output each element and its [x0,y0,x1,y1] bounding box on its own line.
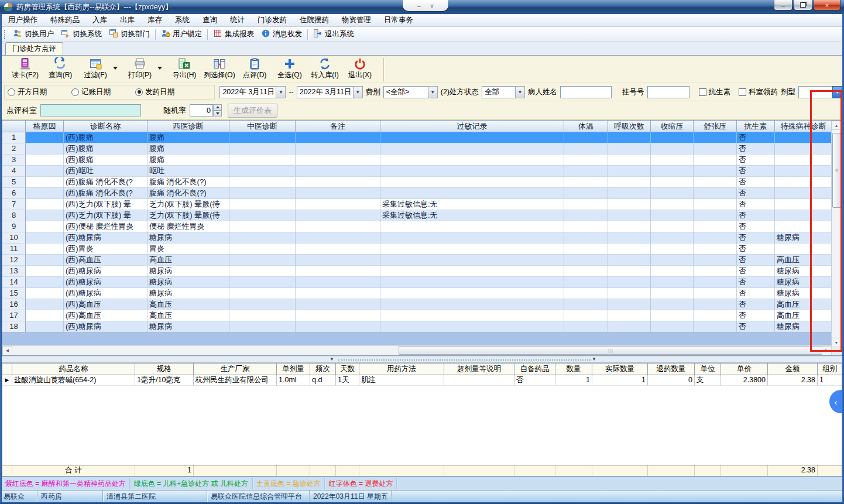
grid-cell[interactable]: (西)高血压 [64,299,147,310]
grid-cell[interactable] [296,132,380,143]
grid-cell[interactable] [26,288,64,299]
row-number[interactable]: 7 [2,199,26,210]
grid-cell[interactable]: 采集过敏信息:无 [380,199,564,210]
grid-cell[interactable]: 否 [514,375,555,386]
grid-cell[interactable] [608,188,651,199]
table-row[interactable]: 3(西)腹痛腹痛否 [2,155,842,166]
grid-cell[interactable] [380,310,564,321]
radio-prescribe-date[interactable]: 开方日期 [8,87,47,97]
grid-cell[interactable] [608,221,651,232]
grid-cell[interactable]: 否 [737,288,775,299]
menu-item[interactable]: 物资管理 [335,14,378,26]
grid-cell[interactable] [608,244,651,255]
reg-no-input[interactable] [647,86,689,98]
grid-cell[interactable] [26,210,64,221]
grid-cell[interactable] [564,199,608,210]
grid-cell[interactable]: 呕吐 [147,166,229,177]
grid-cell[interactable] [296,166,380,177]
grid-cell[interactable] [26,321,64,332]
grid-cell[interactable]: 支 [695,375,721,386]
grid-cell[interactable] [651,255,694,266]
grid-cell[interactable] [26,155,64,166]
grid-cell[interactable] [564,143,608,155]
dropdown-icon[interactable]: ▼ [515,86,525,98]
grid-cell[interactable] [608,255,651,266]
grid-cell[interactable] [694,288,737,299]
grid-cell[interactable] [694,277,737,288]
grid-cell[interactable] [694,244,737,255]
action-button[interactable]: 读卡(F2) [8,57,43,80]
menu-item[interactable]: 住院摆药 [293,14,335,26]
grid-cell[interactable] [229,210,296,221]
row-number[interactable]: 3 [2,155,26,166]
grid-cell[interactable] [651,177,694,188]
grid-cell[interactable] [229,177,296,188]
grid-cell[interactable] [694,321,737,332]
grid-cell[interactable] [26,266,64,277]
grid-cell[interactable] [651,210,694,221]
grid-cell[interactable] [380,166,564,177]
grid-cell[interactable]: 否 [737,132,775,143]
grid-cell[interactable] [229,132,296,143]
dropdown-icon[interactable]: ▼ [276,86,286,98]
grid-cell[interactable] [608,232,651,244]
table-row[interactable]: 8(西)乏力(双下肢) 晕乏力(双下肢) 晕厥(待采集过敏信息:无否 [2,210,842,221]
grid-cell[interactable] [380,321,564,332]
dropdown-arrow-icon[interactable] [113,67,118,70]
table-row[interactable]: 18(西)糖尿病糖尿病否糖尿病 [2,321,842,332]
grid-cell[interactable] [694,210,737,221]
toolbar-button[interactable]: 退出系统 [310,28,358,41]
grid-cell[interactable] [564,188,608,199]
column-header[interactable]: 退药数量 [648,364,695,375]
tab-prescription-review[interactable]: 门诊处方点评 [5,42,63,55]
grid-cell[interactable] [380,155,564,166]
grid-cell[interactable]: (西)乏力(双下肢) 晕 [64,199,147,210]
grid-cell[interactable]: 1.0ml [277,375,310,386]
row-number[interactable]: 16 [2,299,26,310]
table-row[interactable]: 13(西)糖尿病糖尿病否糖尿病 [2,266,842,277]
toolbar-button[interactable]: 切换部门 [105,28,153,41]
grid-cell[interactable]: 高血压 [147,299,229,310]
grid-cell[interactable]: 否 [737,277,775,288]
grid-cell[interactable] [26,310,64,321]
grid-cell[interactable]: 否 [737,299,775,310]
grid-cell[interactable]: 2.3800 [721,375,768,386]
menu-item[interactable]: 统计 [224,14,251,26]
grid-cell[interactable]: 1 [592,375,648,386]
table-row[interactable]: 16(西)高血压高血压否高血压 [2,299,842,310]
grid-cell[interactable]: (西)便秘 糜烂性胃炎 [64,221,147,232]
grid-cell[interactable]: 2.38 [768,375,818,386]
grid-cell[interactable]: (西)糖尿病 [64,266,147,277]
grid-cell[interactable] [564,266,608,277]
row-number[interactable]: 15 [2,288,26,299]
column-header[interactable] [2,121,26,132]
grid-cell[interactable] [229,266,296,277]
grid-cell[interactable] [608,288,651,299]
grid-cell[interactable] [694,155,737,166]
date-to-picker[interactable]: 2022年 3月11日 ▼ [297,86,363,98]
grid-cell[interactable] [296,155,380,166]
grid-cell[interactable] [229,199,296,210]
grid-cell[interactable] [26,255,64,266]
grid-cell[interactable]: (西)乏力(双下肢) 晕 [64,210,147,221]
grid-cell[interactable]: 1毫升/10毫克 [135,375,194,386]
grid-cell[interactable] [380,232,564,244]
action-button[interactable]: 转入库(I) [307,57,342,80]
grid-cell[interactable] [694,177,737,188]
menu-item[interactable]: 日常事务 [378,14,420,26]
grid-cell[interactable] [564,310,608,321]
grid-cell[interactable]: 肌注 [359,375,444,386]
column-header[interactable]: 呼吸次数 [608,121,651,132]
action-button[interactable]: 打印(P) [122,57,157,80]
table-row[interactable]: 9(西)便秘 糜烂性胃炎便秘 糜烂性胃炎否 [2,221,842,232]
row-number[interactable]: 10 [2,232,26,244]
grid-cell[interactable] [380,221,564,232]
column-header[interactable]: 舒张压 [694,121,737,132]
grid-cell[interactable] [564,155,608,166]
grid-cell[interactable] [444,375,514,386]
grid-cell[interactable]: 腹痛 [147,143,229,155]
generate-report-button[interactable]: 生成评价表 [228,104,277,118]
menu-item[interactable]: 查询 [196,14,224,26]
grid-cell[interactable]: 腹痛 消化不良(?) [147,188,229,199]
column-header[interactable]: 频次 [310,364,336,375]
